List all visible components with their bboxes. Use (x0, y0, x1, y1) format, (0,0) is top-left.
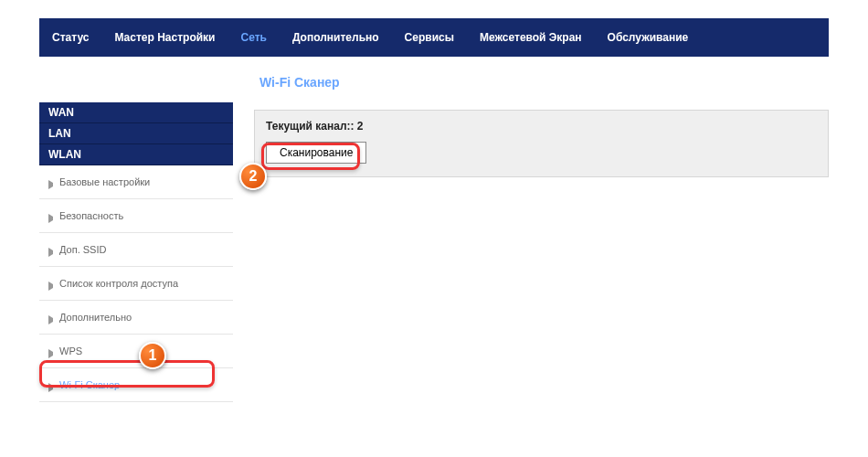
current-channel-line: Текущий канал:: 2 (266, 120, 817, 133)
sidebar-sub-addssid[interactable]: Доп. SSID (39, 233, 233, 267)
nav-status[interactable]: Статус (39, 18, 101, 57)
sidebar-item-wan[interactable]: WAN (39, 102, 233, 123)
sidebar-item-lan[interactable]: LAN (39, 123, 233, 144)
sidebar-sub-wifi-scanner[interactable]: Wi-Fi Сканер (39, 368, 233, 402)
top-nav: Статус Мастер Настройки Сеть Дополнитель… (39, 18, 829, 57)
nav-advanced[interactable]: Дополнительно (280, 18, 392, 57)
sidebar-sub-advanced[interactable]: Дополнительно (39, 301, 233, 335)
sidebar-sub-acl[interactable]: Список контроля доступа (39, 267, 233, 301)
scanner-panel: Текущий канал:: 2 Сканирование (254, 110, 829, 177)
sidebar-sub-wps[interactable]: WPS (39, 335, 233, 368)
channel-label: Текущий канал:: (266, 120, 355, 133)
scan-button[interactable]: Сканирование (266, 142, 366, 164)
sidebar: WAN LAN WLAN Базовые настройки Безопасно… (39, 102, 233, 402)
sidebar-sub-security[interactable]: Безопасность (39, 199, 233, 233)
nav-firewall[interactable]: Межсетевой Экран (467, 18, 595, 57)
channel-value: 2 (357, 120, 364, 133)
page-title: Wi-Fi Сканер (254, 75, 829, 90)
sidebar-item-wlan[interactable]: WLAN (39, 144, 233, 165)
nav-maintenance[interactable]: Обслуживание (595, 18, 702, 57)
nav-network[interactable]: Сеть (228, 18, 279, 57)
nav-wizard[interactable]: Мастер Настройки (101, 18, 228, 57)
sidebar-sub-basic[interactable]: Базовые настройки (39, 165, 233, 199)
nav-services[interactable]: Сервисы (392, 18, 467, 57)
main-content: Wi-Fi Сканер Текущий канал:: 2 Сканирова… (254, 75, 829, 177)
